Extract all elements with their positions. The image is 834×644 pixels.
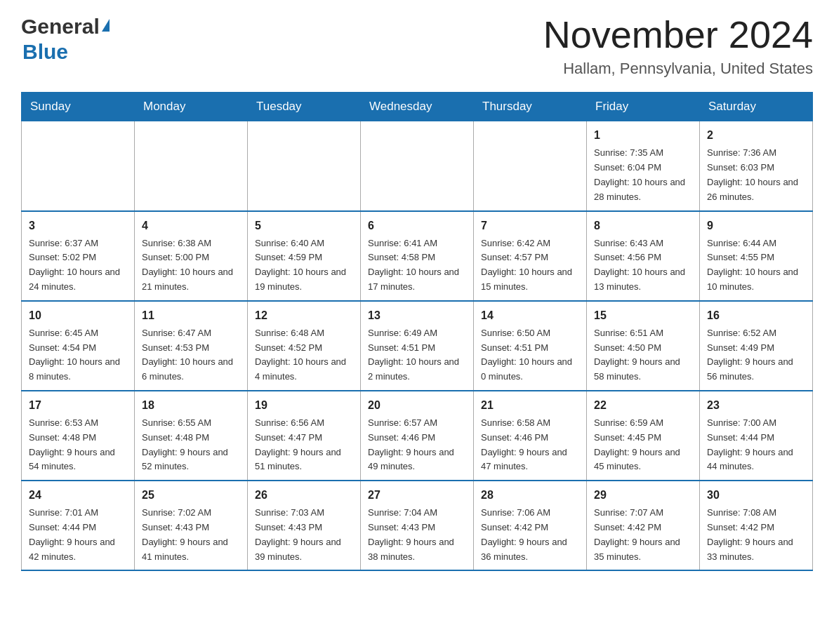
day-info: Sunrise: 6:40 AM Sunset: 4:59 PM Dayligh… xyxy=(255,236,353,295)
calendar-cell: 14Sunrise: 6:50 AM Sunset: 4:51 PM Dayli… xyxy=(474,301,587,391)
day-info: Sunrise: 7:36 AM Sunset: 6:03 PM Dayligh… xyxy=(707,146,805,204)
calendar-cell: 21Sunrise: 6:58 AM Sunset: 4:46 PM Dayli… xyxy=(474,391,587,481)
day-info: Sunrise: 6:42 AM Sunset: 4:57 PM Dayligh… xyxy=(481,236,579,295)
calendar-cell: 5Sunrise: 6:40 AM Sunset: 4:59 PM Daylig… xyxy=(248,211,361,301)
header: General Blue November 2024 Hallam, Penns… xyxy=(21,14,813,78)
header-saturday: Saturday xyxy=(700,93,813,121)
day-info: Sunrise: 6:38 AM Sunset: 5:00 PM Dayligh… xyxy=(142,236,240,295)
day-info: Sunrise: 6:49 AM Sunset: 4:51 PM Dayligh… xyxy=(368,326,466,384)
day-info: Sunrise: 7:35 AM Sunset: 6:04 PM Dayligh… xyxy=(594,146,692,204)
day-info: Sunrise: 7:06 AM Sunset: 4:42 PM Dayligh… xyxy=(481,506,579,564)
logo-triangle-icon xyxy=(102,19,110,32)
calendar-cell: 28Sunrise: 7:06 AM Sunset: 4:42 PM Dayli… xyxy=(474,481,587,570)
calendar-cell xyxy=(361,121,474,211)
day-number: 9 xyxy=(707,217,805,234)
calendar-cell: 18Sunrise: 6:55 AM Sunset: 4:48 PM Dayli… xyxy=(135,391,248,481)
month-title: November 2024 xyxy=(543,14,813,55)
calendar-cell xyxy=(248,121,361,211)
day-number: 8 xyxy=(594,217,692,234)
day-info: Sunrise: 7:00 AM Sunset: 4:44 PM Dayligh… xyxy=(707,416,805,474)
header-friday: Friday xyxy=(587,93,700,121)
calendar-cell xyxy=(474,121,587,211)
calendar-table: SundayMondayTuesdayWednesdayThursdayFrid… xyxy=(21,92,813,571)
day-info: Sunrise: 6:53 AM Sunset: 4:48 PM Dayligh… xyxy=(29,416,127,474)
header-wednesday: Wednesday xyxy=(361,93,474,121)
calendar-cell: 15Sunrise: 6:51 AM Sunset: 4:50 PM Dayli… xyxy=(587,301,700,391)
day-info: Sunrise: 6:56 AM Sunset: 4:47 PM Dayligh… xyxy=(255,416,353,474)
calendar-cell: 24Sunrise: 7:01 AM Sunset: 4:44 PM Dayli… xyxy=(22,481,135,570)
day-number: 10 xyxy=(29,307,127,324)
calendar-cell xyxy=(135,121,248,211)
day-info: Sunrise: 6:48 AM Sunset: 4:52 PM Dayligh… xyxy=(255,326,353,384)
day-info: Sunrise: 7:03 AM Sunset: 4:43 PM Dayligh… xyxy=(255,506,353,564)
calendar-cell: 10Sunrise: 6:45 AM Sunset: 4:54 PM Dayli… xyxy=(22,301,135,391)
day-info: Sunrise: 6:50 AM Sunset: 4:51 PM Dayligh… xyxy=(481,326,579,384)
day-number: 22 xyxy=(594,397,692,414)
day-info: Sunrise: 6:47 AM Sunset: 4:53 PM Dayligh… xyxy=(142,326,240,384)
day-number: 5 xyxy=(255,217,353,234)
day-info: Sunrise: 7:08 AM Sunset: 4:42 PM Dayligh… xyxy=(707,506,805,564)
calendar-cell: 30Sunrise: 7:08 AM Sunset: 4:42 PM Dayli… xyxy=(700,481,813,570)
calendar-cell: 12Sunrise: 6:48 AM Sunset: 4:52 PM Dayli… xyxy=(248,301,361,391)
calendar-cell: 26Sunrise: 7:03 AM Sunset: 4:43 PM Dayli… xyxy=(248,481,361,570)
calendar-cell: 6Sunrise: 6:41 AM Sunset: 4:58 PM Daylig… xyxy=(361,211,474,301)
day-number: 4 xyxy=(142,217,240,234)
calendar-cell: 3Sunrise: 6:37 AM Sunset: 5:02 PM Daylig… xyxy=(22,211,135,301)
calendar-cell: 11Sunrise: 6:47 AM Sunset: 4:53 PM Dayli… xyxy=(135,301,248,391)
day-info: Sunrise: 6:52 AM Sunset: 4:49 PM Dayligh… xyxy=(707,326,805,384)
day-number: 30 xyxy=(707,487,805,504)
calendar-cell: 16Sunrise: 6:52 AM Sunset: 4:49 PM Dayli… xyxy=(700,301,813,391)
day-number: 7 xyxy=(481,217,579,234)
day-number: 19 xyxy=(255,397,353,414)
calendar-cell: 19Sunrise: 6:56 AM Sunset: 4:47 PM Dayli… xyxy=(248,391,361,481)
day-info: Sunrise: 6:37 AM Sunset: 5:02 PM Dayligh… xyxy=(29,236,127,295)
day-number: 29 xyxy=(594,487,692,504)
calendar-cell: 9Sunrise: 6:44 AM Sunset: 4:55 PM Daylig… xyxy=(700,211,813,301)
calendar-week-row: 3Sunrise: 6:37 AM Sunset: 5:02 PM Daylig… xyxy=(22,211,813,301)
day-info: Sunrise: 6:43 AM Sunset: 4:56 PM Dayligh… xyxy=(594,236,692,295)
header-sunday: Sunday xyxy=(22,93,135,121)
day-number: 18 xyxy=(142,397,240,414)
calendar-cell: 23Sunrise: 7:00 AM Sunset: 4:44 PM Dayli… xyxy=(700,391,813,481)
title-area: November 2024 Hallam, Pennsylvania, Unit… xyxy=(543,14,813,78)
day-info: Sunrise: 7:02 AM Sunset: 4:43 PM Dayligh… xyxy=(142,506,240,564)
calendar-week-row: 17Sunrise: 6:53 AM Sunset: 4:48 PM Dayli… xyxy=(22,391,813,481)
day-number: 15 xyxy=(594,307,692,324)
day-number: 16 xyxy=(707,307,805,324)
day-number: 27 xyxy=(368,487,466,504)
calendar-cell xyxy=(22,121,135,211)
header-monday: Monday xyxy=(135,93,248,121)
day-info: Sunrise: 6:41 AM Sunset: 4:58 PM Dayligh… xyxy=(368,236,466,295)
day-number: 2 xyxy=(707,127,805,144)
calendar-cell: 7Sunrise: 6:42 AM Sunset: 4:57 PM Daylig… xyxy=(474,211,587,301)
day-info: Sunrise: 7:01 AM Sunset: 4:44 PM Dayligh… xyxy=(29,506,127,564)
logo: General Blue xyxy=(21,14,110,65)
calendar-cell: 4Sunrise: 6:38 AM Sunset: 5:00 PM Daylig… xyxy=(135,211,248,301)
calendar-cell: 2Sunrise: 7:36 AM Sunset: 6:03 PM Daylig… xyxy=(700,121,813,211)
day-info: Sunrise: 6:55 AM Sunset: 4:48 PM Dayligh… xyxy=(142,416,240,474)
calendar-cell: 20Sunrise: 6:57 AM Sunset: 4:46 PM Dayli… xyxy=(361,391,474,481)
calendar-week-row: 10Sunrise: 6:45 AM Sunset: 4:54 PM Dayli… xyxy=(22,301,813,391)
day-info: Sunrise: 6:45 AM Sunset: 4:54 PM Dayligh… xyxy=(29,326,127,384)
logo-blue-text: Blue xyxy=(22,39,68,65)
day-number: 6 xyxy=(368,217,466,234)
calendar-cell: 8Sunrise: 6:43 AM Sunset: 4:56 PM Daylig… xyxy=(587,211,700,301)
calendar-cell: 1Sunrise: 7:35 AM Sunset: 6:04 PM Daylig… xyxy=(587,121,700,211)
day-info: Sunrise: 7:07 AM Sunset: 4:42 PM Dayligh… xyxy=(594,506,692,564)
header-thursday: Thursday xyxy=(474,93,587,121)
day-number: 14 xyxy=(481,307,579,324)
day-number: 12 xyxy=(255,307,353,324)
day-info: Sunrise: 6:57 AM Sunset: 4:46 PM Dayligh… xyxy=(368,416,466,474)
day-info: Sunrise: 6:51 AM Sunset: 4:50 PM Dayligh… xyxy=(594,326,692,384)
calendar-cell: 17Sunrise: 6:53 AM Sunset: 4:48 PM Dayli… xyxy=(22,391,135,481)
day-number: 3 xyxy=(29,217,127,234)
day-number: 20 xyxy=(368,397,466,414)
day-info: Sunrise: 6:44 AM Sunset: 4:55 PM Dayligh… xyxy=(707,236,805,295)
day-number: 26 xyxy=(255,487,353,504)
calendar-cell: 25Sunrise: 7:02 AM Sunset: 4:43 PM Dayli… xyxy=(135,481,248,570)
day-number: 23 xyxy=(707,397,805,414)
day-number: 11 xyxy=(142,307,240,324)
calendar-cell: 22Sunrise: 6:59 AM Sunset: 4:45 PM Dayli… xyxy=(587,391,700,481)
calendar-week-row: 1Sunrise: 7:35 AM Sunset: 6:04 PM Daylig… xyxy=(22,121,813,211)
day-number: 28 xyxy=(481,487,579,504)
